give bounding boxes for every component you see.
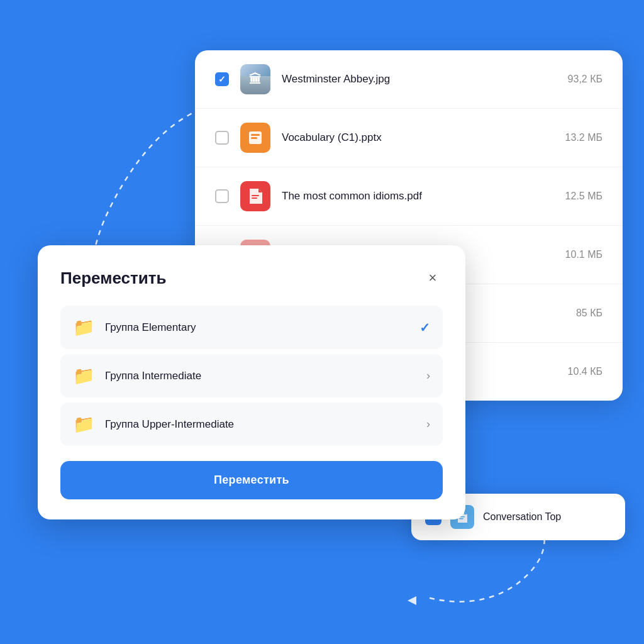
file-size-1: 93,2 КБ — [568, 74, 602, 85]
file-name-1: Westminster Abbey.jpg — [282, 73, 557, 86]
file-item-3[interactable]: The most common idioms.pdf 12.5 МБ — [195, 167, 623, 226]
folder-icon-upper: 📁 — [73, 414, 95, 435]
file-checkbox-3[interactable] — [215, 189, 229, 203]
mini-file-name: Conversation Top — [483, 511, 561, 523]
svg-rect-8 — [252, 197, 257, 199]
file-checkbox-1[interactable] — [215, 72, 229, 86]
svg-rect-10 — [459, 518, 464, 519]
file-item-2[interactable]: Vocabulary (C1).pptx 13.2 МБ — [195, 109, 623, 167]
file-size-5: 85 КБ — [576, 308, 602, 319]
folder-name-upper: Группа Upper-Intermediate — [105, 418, 416, 431]
folder-selected-check: ✓ — [419, 320, 430, 335]
folder-name-elementary: Группа Elementary — [105, 321, 409, 334]
svg-rect-5 — [251, 134, 260, 136]
folder-chevron-intermediate: › — [426, 369, 430, 382]
file-size-2: 13.2 МБ — [565, 132, 602, 143]
folder-item-elementary[interactable]: 📁 Группа Elementary ✓ — [60, 306, 443, 349]
file-icon-jpg-1 — [240, 64, 270, 94]
svg-marker-3 — [408, 596, 416, 605]
modal-close-button[interactable]: × — [423, 268, 443, 288]
file-name-3: The most common idioms.pdf — [282, 190, 554, 203]
folder-name-intermediate: Группа Intermediate — [105, 370, 416, 382]
file-checkbox-2[interactable] — [215, 131, 229, 145]
file-icon-pdf — [240, 181, 270, 211]
file-size-6: 10.4 КБ — [568, 366, 602, 377]
file-name-2: Vocabulary (C1).pptx — [282, 131, 554, 144]
modal-title: Переместить — [60, 269, 166, 288]
file-size-3: 12.5 МБ — [565, 191, 602, 202]
svg-rect-6 — [251, 137, 257, 139]
folder-icon-intermediate: 📁 — [73, 365, 95, 386]
folder-chevron-upper: › — [426, 418, 430, 431]
svg-rect-7 — [252, 195, 259, 196]
folder-item-intermediate[interactable]: 📁 Группа Intermediate › — [60, 354, 443, 397]
folder-icon-elementary: 📁 — [73, 317, 95, 338]
file-icon-pptx — [240, 123, 270, 153]
file-item-1[interactable]: Westminster Abbey.jpg 93,2 КБ — [195, 50, 623, 109]
move-button[interactable]: Переместить — [60, 461, 443, 499]
westminster-thumbnail — [240, 64, 270, 94]
modal-header: Переместить × — [60, 268, 443, 288]
move-modal: Переместить × 📁 Группа Elementary ✓ 📁 Гр… — [38, 245, 465, 519]
file-size-4: 10.1 МБ — [565, 249, 602, 260]
folder-item-upper-intermediate[interactable]: 📁 Группа Upper-Intermediate › — [60, 402, 443, 446]
folder-list: 📁 Группа Elementary ✓ 📁 Группа Intermedi… — [60, 306, 443, 446]
